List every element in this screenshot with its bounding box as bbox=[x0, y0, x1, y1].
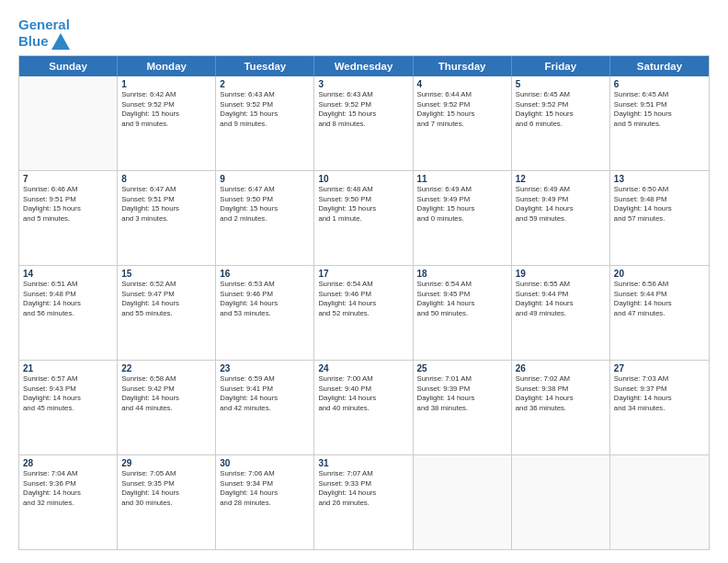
cell-info-line: and 42 minutes. bbox=[220, 404, 310, 414]
cell-info-line: Sunset: 9:37 PM bbox=[614, 385, 705, 395]
cell-info-line: and 56 minutes. bbox=[23, 309, 113, 319]
day-number: 18 bbox=[417, 269, 507, 279]
cell-info-line: Daylight: 14 hours bbox=[121, 299, 211, 309]
cell-info-line: and 6 minutes. bbox=[516, 120, 606, 130]
day-number: 25 bbox=[417, 363, 507, 373]
calendar-cell: 2Sunrise: 6:43 AMSunset: 9:52 PMDaylight… bbox=[216, 76, 314, 170]
calendar-cell: 27Sunrise: 7:03 AMSunset: 9:37 PMDayligh… bbox=[610, 361, 709, 454]
cell-info-line: and 53 minutes. bbox=[220, 309, 310, 319]
calendar-cell: 1Sunrise: 6:42 AMSunset: 9:52 PMDaylight… bbox=[118, 76, 216, 170]
cell-info-line: Daylight: 14 hours bbox=[220, 488, 310, 499]
cell-info-line: Daylight: 14 hours bbox=[23, 488, 113, 499]
day-number: 20 bbox=[614, 269, 705, 279]
calendar-cell: 24Sunrise: 7:00 AMSunset: 9:40 PMDayligh… bbox=[314, 361, 413, 454]
cell-info-line: Sunset: 9:44 PM bbox=[614, 290, 705, 300]
cell-info-line: Sunset: 9:33 PM bbox=[318, 479, 408, 489]
calendar-cell: 13Sunrise: 6:50 AMSunset: 9:48 PMDayligh… bbox=[610, 171, 709, 265]
cell-info-line: Sunrise: 6:56 AM bbox=[614, 280, 705, 290]
cell-info-line: Sunrise: 6:48 AM bbox=[318, 185, 408, 195]
cell-info-line: Sunset: 9:39 PM bbox=[417, 385, 507, 395]
cell-info-line: and 44 minutes. bbox=[121, 404, 211, 414]
cell-info-line: Daylight: 15 hours bbox=[23, 204, 113, 214]
cell-info-line: Sunset: 9:52 PM bbox=[417, 100, 507, 110]
cell-info-line: Daylight: 15 hours bbox=[417, 204, 507, 214]
cell-info-line: Sunrise: 6:52 AM bbox=[121, 280, 211, 290]
logo-triangle-icon bbox=[51, 33, 70, 50]
cell-info-line: Sunset: 9:52 PM bbox=[516, 100, 606, 110]
cell-info-line: Sunrise: 6:54 AM bbox=[417, 280, 507, 290]
cell-info-line: Daylight: 14 hours bbox=[220, 299, 310, 309]
calendar-cell: 26Sunrise: 7:02 AMSunset: 9:38 PMDayligh… bbox=[512, 361, 610, 454]
day-number: 7 bbox=[23, 174, 113, 184]
calendar-cell: 16Sunrise: 6:53 AMSunset: 9:46 PMDayligh… bbox=[216, 266, 314, 360]
day-number: 23 bbox=[220, 363, 310, 373]
cell-info-line: Daylight: 14 hours bbox=[516, 394, 606, 404]
cell-info-line: Sunset: 9:41 PM bbox=[220, 385, 310, 395]
calendar-cell: 25Sunrise: 7:01 AMSunset: 9:39 PMDayligh… bbox=[414, 361, 512, 454]
header: General Blue bbox=[18, 17, 710, 50]
cell-info-line: and 28 minutes. bbox=[220, 499, 310, 509]
cell-info-line: and 1 minute. bbox=[318, 214, 408, 224]
cell-info-line: Daylight: 14 hours bbox=[220, 394, 310, 404]
cell-info-line: Daylight: 14 hours bbox=[23, 394, 113, 404]
calendar-cell: 6Sunrise: 6:45 AMSunset: 9:51 PMDaylight… bbox=[610, 76, 709, 170]
cell-info-line: and 45 minutes. bbox=[23, 404, 113, 414]
cell-info-line: Sunset: 9:48 PM bbox=[614, 195, 705, 205]
cell-info-line: Sunset: 9:50 PM bbox=[318, 195, 408, 205]
cell-info-line: Sunrise: 7:03 AM bbox=[614, 374, 705, 385]
cell-info-line: Sunset: 9:51 PM bbox=[23, 195, 113, 205]
day-number: 19 bbox=[516, 269, 606, 279]
cell-info-line: Daylight: 15 hours bbox=[318, 204, 408, 214]
calendar-cell bbox=[610, 455, 709, 549]
calendar-cell: 12Sunrise: 6:49 AMSunset: 9:49 PMDayligh… bbox=[512, 171, 610, 265]
cell-info-line: Daylight: 15 hours bbox=[220, 109, 310, 120]
day-number: 16 bbox=[220, 269, 310, 279]
cell-info-line: and 9 minutes. bbox=[220, 120, 310, 130]
cell-info-line: Daylight: 15 hours bbox=[121, 204, 211, 214]
day-number: 2 bbox=[220, 79, 310, 89]
day-number: 22 bbox=[121, 363, 211, 373]
cell-info-line: Sunrise: 7:07 AM bbox=[318, 469, 408, 479]
cell-info-line: Sunset: 9:47 PM bbox=[121, 290, 211, 300]
cell-info-line: Sunrise: 7:00 AM bbox=[318, 374, 408, 385]
cell-info-line: Daylight: 14 hours bbox=[318, 299, 408, 309]
cell-info-line: and 26 minutes. bbox=[318, 499, 408, 509]
calendar-cell: 30Sunrise: 7:06 AMSunset: 9:34 PMDayligh… bbox=[216, 455, 314, 549]
cell-info-line: Sunrise: 6:51 AM bbox=[23, 280, 113, 290]
day-number: 27 bbox=[614, 363, 705, 373]
cell-info-line: Sunrise: 7:01 AM bbox=[417, 374, 507, 385]
cell-info-line: Daylight: 14 hours bbox=[23, 299, 113, 309]
calendar-cell bbox=[19, 76, 118, 170]
calendar-header-row: SundayMondayTuesdayWednesdayThursdayFrid… bbox=[19, 56, 709, 76]
logo-blue: Blue bbox=[18, 33, 49, 50]
logo: General Blue bbox=[18, 17, 70, 50]
calendar-body: 1Sunrise: 6:42 AMSunset: 9:52 PMDaylight… bbox=[19, 76, 709, 549]
calendar-cell: 14Sunrise: 6:51 AMSunset: 9:48 PMDayligh… bbox=[19, 266, 118, 360]
calendar-row: 1Sunrise: 6:42 AMSunset: 9:52 PMDaylight… bbox=[19, 76, 709, 171]
cell-info-line: Daylight: 14 hours bbox=[516, 299, 606, 309]
day-number: 28 bbox=[23, 458, 113, 468]
cell-info-line: Sunrise: 6:46 AM bbox=[23, 185, 113, 195]
cell-info-line: Sunrise: 6:54 AM bbox=[318, 280, 408, 290]
calendar-cell: 8Sunrise: 6:47 AMSunset: 9:51 PMDaylight… bbox=[118, 171, 216, 265]
cell-info-line: Sunrise: 7:02 AM bbox=[516, 374, 606, 385]
day-number: 13 bbox=[614, 174, 705, 184]
day-number: 9 bbox=[220, 174, 310, 184]
cell-info-line: and 49 minutes. bbox=[516, 309, 606, 319]
calendar: SundayMondayTuesdayWednesdayThursdayFrid… bbox=[18, 55, 710, 550]
cell-info-line: Sunrise: 6:43 AM bbox=[318, 90, 408, 100]
cell-info-line: and 34 minutes. bbox=[614, 404, 705, 414]
cell-info-line: Sunset: 9:38 PM bbox=[516, 385, 606, 395]
cell-info-line: Sunset: 9:43 PM bbox=[23, 385, 113, 395]
day-number: 14 bbox=[23, 269, 113, 279]
cell-info-line: and 55 minutes. bbox=[121, 309, 211, 319]
day-number: 6 bbox=[614, 79, 705, 89]
cell-info-line: and 5 minutes. bbox=[614, 120, 705, 130]
cell-info-line: Sunset: 9:51 PM bbox=[121, 195, 211, 205]
cell-info-line: and 5 minutes. bbox=[23, 214, 113, 224]
cell-info-line: and 36 minutes. bbox=[516, 404, 606, 414]
cell-info-line: and 52 minutes. bbox=[318, 309, 408, 319]
weekday-header: Wednesday bbox=[314, 56, 413, 76]
cell-info-line: and 38 minutes. bbox=[417, 404, 507, 414]
cell-info-line: Sunrise: 6:50 AM bbox=[614, 185, 705, 195]
